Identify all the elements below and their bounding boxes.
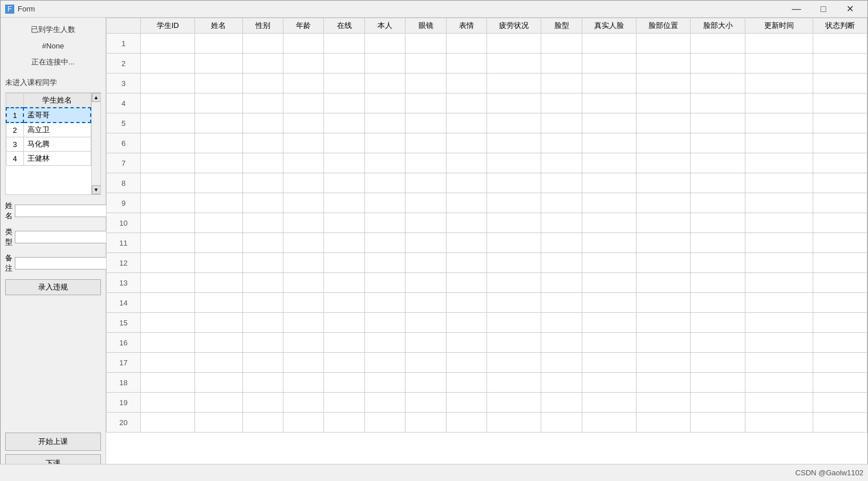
- scroll-up-btn[interactable]: ▲: [92, 93, 101, 102]
- cell-real_face: [582, 34, 636, 54]
- cell-online: [324, 74, 364, 93]
- close-button[interactable]: ✕: [837, 1, 863, 18]
- maximize-button[interactable]: □: [810, 1, 836, 18]
- cell-face_position: [636, 113, 691, 133]
- cell-online: [324, 153, 364, 173]
- cell-expression: [446, 153, 486, 173]
- note-row: 备注: [5, 253, 101, 274]
- start-class-button[interactable]: 开始上课: [5, 433, 101, 451]
- window-icon: F: [5, 5, 14, 14]
- cell-update_time: [745, 313, 813, 333]
- cell-face_size: [691, 393, 745, 413]
- cell-status: [813, 133, 867, 153]
- student-list-container: 学生姓名 1 孟哥哥 2 高立卫 3 马化腾 4 王健林: [5, 92, 101, 195]
- cell-face_position: [636, 153, 691, 173]
- cell-age: [283, 393, 324, 413]
- cell-student_id: [141, 54, 195, 74]
- row-number: 15: [107, 313, 141, 333]
- cell-update_time: [745, 93, 813, 113]
- row-number: 2: [107, 54, 141, 74]
- cell-name: [195, 193, 242, 213]
- student-list-item[interactable]: 4 王健林: [6, 152, 100, 166]
- cell-fatigue: [487, 54, 541, 74]
- cell-age: [283, 153, 324, 173]
- name-input[interactable]: [15, 205, 116, 217]
- cell-student_id: [141, 74, 195, 93]
- title-bar-left: F Form: [5, 5, 35, 14]
- cell-status: [813, 253, 867, 273]
- student-name: 高立卫: [23, 123, 91, 137]
- cell-online: [324, 213, 364, 233]
- cell-self: [364, 74, 405, 93]
- cell-expression: [446, 253, 486, 273]
- cell-fatigue: [487, 333, 541, 353]
- cell-face_size: [691, 193, 745, 213]
- cell-update_time: [745, 333, 813, 353]
- violation-button[interactable]: 录入违规: [5, 279, 101, 295]
- minimize-button[interactable]: —: [784, 1, 809, 18]
- col-header-expression: 表情: [446, 18, 486, 34]
- cell-name: [195, 133, 242, 153]
- cell-face_shape: [541, 353, 582, 373]
- cell-status: [813, 34, 867, 54]
- row-number: 13: [107, 273, 141, 293]
- note-input[interactable]: [15, 257, 116, 270]
- taskbar: CSDN @Gaolw1102: [0, 464, 868, 481]
- cell-expression: [446, 333, 486, 353]
- cell-student_id: [141, 313, 195, 333]
- cell-face_position: [636, 313, 691, 333]
- cell-age: [283, 333, 324, 353]
- cell-glasses: [405, 93, 446, 113]
- cell-status: [813, 293, 867, 313]
- student-list-scrollbar[interactable]: ▲ ▼: [91, 93, 100, 194]
- cell-face_size: [691, 413, 745, 433]
- cell-gender: [242, 34, 283, 54]
- student-list-item[interactable]: 2 高立卫: [6, 123, 100, 137]
- col-header-online: 在线: [324, 18, 364, 34]
- table-row: 3: [107, 74, 867, 93]
- cell-gender: [242, 413, 283, 433]
- student-index: 1: [6, 108, 23, 123]
- cell-student_id: [141, 133, 195, 153]
- cell-face_shape: [541, 313, 582, 333]
- cell-expression: [446, 34, 486, 54]
- cell-glasses: [405, 373, 446, 393]
- cell-face_size: [691, 34, 745, 54]
- type-input[interactable]: [15, 231, 116, 243]
- scroll-down-btn[interactable]: ▼: [92, 185, 101, 194]
- cell-self: [364, 413, 405, 433]
- student-list-item[interactable]: 1 孟哥哥: [6, 108, 100, 123]
- col-header-face_size: 脸部大小: [691, 18, 745, 34]
- student-list-item[interactable]: 3 马化腾: [6, 137, 100, 152]
- cell-fatigue: [487, 353, 541, 373]
- cell-online: [324, 393, 364, 413]
- cell-name: [195, 353, 242, 373]
- cell-glasses: [405, 393, 446, 413]
- cell-fatigue: [487, 133, 541, 153]
- cell-face_shape: [541, 273, 582, 293]
- cell-face_size: [691, 273, 745, 293]
- cell-gender: [242, 373, 283, 393]
- cell-fatigue: [487, 93, 541, 113]
- cell-expression: [446, 213, 486, 233]
- cell-face_shape: [541, 393, 582, 413]
- cell-glasses: [405, 153, 446, 173]
- cell-face_size: [691, 133, 745, 153]
- cell-face_size: [691, 113, 745, 133]
- window-title: Form: [18, 5, 35, 13]
- data-table-wrapper[interactable]: 学生ID姓名性别年龄在线本人眼镜表情疲劳状况脸型真实人脸脸部位置脸部大小更新时间…: [106, 18, 867, 481]
- table-row: 13: [107, 273, 867, 293]
- cell-face_position: [636, 373, 691, 393]
- cell-online: [324, 233, 364, 253]
- cell-face_shape: [541, 93, 582, 113]
- row-number: 8: [107, 173, 141, 193]
- cell-real_face: [582, 93, 636, 113]
- cell-face_position: [636, 333, 691, 353]
- table-row: 10: [107, 213, 867, 233]
- cell-age: [283, 34, 324, 54]
- col-header-real_face: 真实人脸: [582, 18, 636, 34]
- cell-glasses: [405, 193, 446, 213]
- col-header-update_time: 更新时间: [745, 18, 813, 34]
- cell-self: [364, 233, 405, 253]
- cell-glasses: [405, 353, 446, 373]
